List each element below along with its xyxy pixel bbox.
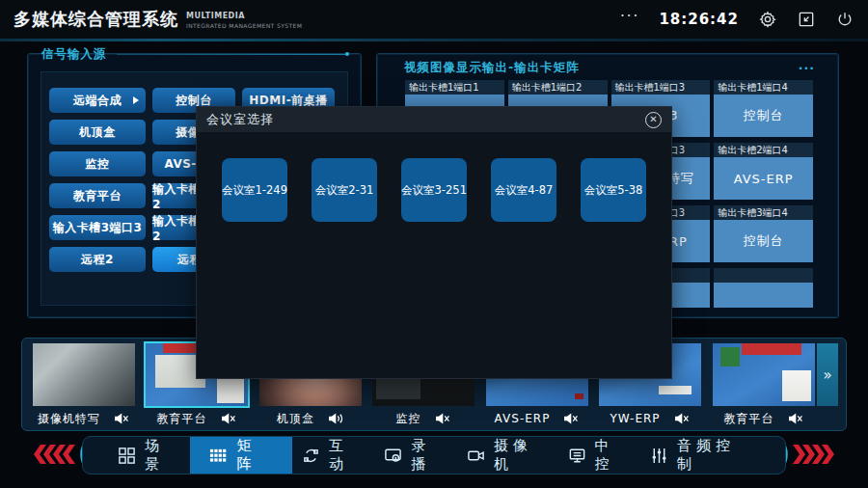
close-icon[interactable]: ✕ xyxy=(645,112,662,128)
power-icon[interactable] xyxy=(835,10,854,29)
source-button[interactable]: 远端合成 xyxy=(49,88,146,113)
app-title: 多媒体综合管理系统 xyxy=(14,8,178,31)
speaker-muted-icon[interactable] xyxy=(435,412,451,425)
matrix-cell[interactable]: 输出卡槽1端口4控制台 xyxy=(714,80,813,137)
audio-sliders-icon xyxy=(650,447,668,465)
meeting-room-button[interactable]: 会议室4-87 xyxy=(491,158,556,222)
meeting-room-button[interactable]: 会议室3-251 xyxy=(401,158,467,222)
thumb-label-row: AVS-ERP xyxy=(486,408,588,429)
nav-interact[interactable]: 互动 xyxy=(292,437,374,474)
matrix-grid-icon xyxy=(209,447,228,465)
video-camera-icon xyxy=(467,447,485,465)
chevron-double-right-icon: » xyxy=(823,366,831,384)
source-button[interactable]: 监控 xyxy=(49,151,146,176)
thumb-label-row: 监控 xyxy=(372,408,475,429)
nav-matrix-active[interactable]: 矩阵 xyxy=(190,437,291,474)
video-thumbnail[interactable] xyxy=(713,343,815,406)
speaker-on-icon[interactable] xyxy=(328,412,344,425)
meeting-room-button[interactable]: 会议室2-31 xyxy=(312,158,377,222)
central-control-icon xyxy=(568,447,586,465)
matrix-more-icon[interactable]: ··· xyxy=(799,66,815,71)
speaker-muted-icon[interactable] xyxy=(674,412,691,425)
matrix-cell[interactable] xyxy=(714,268,813,308)
modal-titlebar: 会议室选择 ✕ xyxy=(197,107,671,132)
interact-sync-icon xyxy=(302,447,320,465)
nav-scenes[interactable]: 场景 xyxy=(108,437,190,474)
thumb-label-row: 教育平台 xyxy=(713,408,815,429)
video-thumbnail[interactable] xyxy=(33,343,135,406)
bottom-nav: 场景 矩阵 互动 录播 摄像机 中控 音频控制 xyxy=(82,436,786,474)
meeting-room-button[interactable]: 会议室1-249 xyxy=(222,158,287,222)
speaker-muted-icon[interactable] xyxy=(221,412,237,425)
clock: 18:26:42 xyxy=(659,11,739,28)
nav-camera[interactable]: 摄像机 xyxy=(457,437,558,474)
nav-audio-control[interactable]: 音频控制 xyxy=(640,437,760,474)
source-button[interactable]: 远程2 xyxy=(49,247,146,272)
speaker-muted-icon[interactable] xyxy=(114,412,130,425)
speaker-muted-icon[interactable] xyxy=(788,412,804,425)
app-logo: 多媒体综合管理系统 MULTIMEDIA INTEGRATED MANAGEME… xyxy=(14,8,302,31)
meeting-room-modal: 会议室选择 ✕ 会议室1-249 会议室2-31 会议室3-251 会议室4-8… xyxy=(196,106,672,379)
record-screen-icon xyxy=(384,447,402,465)
scenes-grid-icon xyxy=(118,447,136,465)
strip-next-button[interactable]: » xyxy=(817,343,838,406)
source-button[interactable]: 教育平台 xyxy=(49,183,146,208)
source-button[interactable]: 机顶盒 xyxy=(49,120,146,145)
speaker-muted-icon[interactable] xyxy=(563,412,580,425)
settings-gear-icon[interactable] xyxy=(758,10,777,29)
more-menu-icon[interactable]: ··· xyxy=(620,8,639,31)
meeting-room-button[interactable]: 会议室5-38 xyxy=(581,158,646,222)
top-bar: 多媒体综合管理系统 MULTIMEDIA INTEGRATED MANAGEME… xyxy=(0,0,868,39)
thumb-label-row: 摄像机特写 xyxy=(33,408,135,429)
source-button[interactable]: 输入卡槽3端口3 xyxy=(49,215,146,240)
nav-central-control[interactable]: 中控 xyxy=(558,437,640,474)
expand-arrow-icon xyxy=(133,96,139,104)
thumb-label-row: 教育平台 xyxy=(146,408,248,429)
title-line xyxy=(117,54,348,55)
thumb-label-row: YW-ERP xyxy=(599,408,701,429)
thumb-label-row: 机顶盒 xyxy=(259,408,362,429)
output-matrix-title: 视频图像显示输出-输出卡矩阵 xyxy=(404,60,580,76)
app-subtitle: MULTIMEDIA INTEGRATED MANAGEMENT SYSTEM xyxy=(186,10,302,30)
resize-window-icon[interactable] xyxy=(797,10,816,29)
matrix-cell[interactable]: 输出卡槽3端口4控制台 xyxy=(714,205,813,262)
signal-input-panel-title: 信号输入源 xyxy=(41,46,107,63)
modal-title: 会议室选择 xyxy=(206,111,274,128)
matrix-cell[interactable]: 输出卡槽2端口4AVS-ERP xyxy=(714,143,813,200)
nav-record[interactable]: 录播 xyxy=(374,437,456,474)
